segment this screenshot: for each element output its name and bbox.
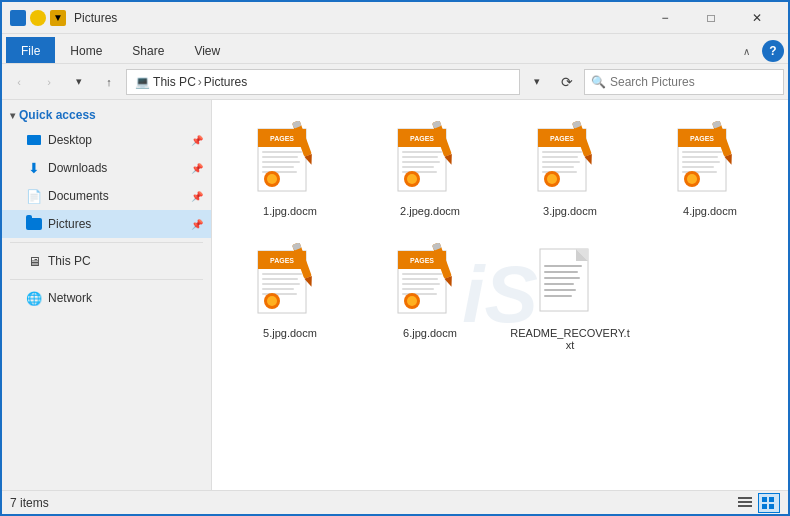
svg-rect-51 xyxy=(682,156,718,158)
file-item-7[interactable]: README_RECOVERY.txt xyxy=(504,234,636,360)
sidebar-section-quick-access[interactable]: ▾ Quick access xyxy=(2,104,211,126)
refresh-button[interactable]: ⟳ xyxy=(554,69,580,95)
svg-rect-93 xyxy=(544,265,582,267)
svg-point-56 xyxy=(687,174,697,184)
svg-rect-53 xyxy=(682,166,714,168)
sidebar-item-pictures[interactable]: Pictures 📌 xyxy=(2,210,211,238)
close-button[interactable]: ✕ xyxy=(734,2,780,34)
svg-point-11 xyxy=(267,174,277,184)
grid-view-button[interactable] xyxy=(758,493,780,513)
svg-rect-105 xyxy=(769,504,774,509)
svg-text:PAGES: PAGES xyxy=(410,135,434,142)
svg-text:PAGES: PAGES xyxy=(690,135,714,142)
title-bar-controls: − □ ✕ xyxy=(642,2,780,34)
desktop-label: Desktop xyxy=(48,133,92,147)
file-label-4: 4.jpg.docm xyxy=(683,205,737,217)
file-item-5[interactable]: PAGES xyxy=(224,234,356,360)
sidebar: ▾ Quick access Desktop 📌 ⬇ Downloads 📌 📄… xyxy=(2,100,212,490)
svg-rect-96 xyxy=(544,283,574,285)
txt-svg xyxy=(530,243,602,325)
file-thumb-2: PAGES xyxy=(390,121,470,201)
tab-share[interactable]: Share xyxy=(117,37,179,63)
file-item-1[interactable]: PAGES xyxy=(224,112,356,226)
pictures-icon xyxy=(26,216,42,232)
downloads-label: Downloads xyxy=(48,161,107,175)
sidebar-divider-1 xyxy=(10,242,203,243)
window-title: Pictures xyxy=(74,11,642,25)
svg-rect-100 xyxy=(738,501,752,503)
svg-rect-104 xyxy=(762,504,767,509)
sidebar-item-downloads[interactable]: ⬇ Downloads 📌 xyxy=(2,154,211,182)
file-thumb-4: PAGES xyxy=(670,121,750,201)
svg-rect-82 xyxy=(402,283,440,285)
file-label-2: 2.jpeg.docm xyxy=(400,205,460,217)
svg-rect-21 xyxy=(402,156,438,158)
svg-rect-20 xyxy=(402,151,442,153)
ribbon-expand-button[interactable]: ∧ xyxy=(734,39,758,63)
address-dropdown-button[interactable]: ▾ xyxy=(524,69,550,95)
search-box[interactable]: 🔍 xyxy=(584,69,784,95)
desktop-pin-icon: 📌 xyxy=(191,135,203,146)
file-thumb-5: PAGES xyxy=(250,243,330,323)
sidebar-item-desktop[interactable]: Desktop 📌 xyxy=(2,126,211,154)
this-pc-label: This PC xyxy=(48,254,91,268)
svg-rect-22 xyxy=(402,161,440,163)
sidebar-item-network[interactable]: 🌐 Network xyxy=(2,284,211,312)
docm-svg-1: PAGES xyxy=(250,121,322,203)
view-buttons xyxy=(734,493,780,513)
svg-point-86 xyxy=(407,296,417,306)
title-bar-icons: ▼ xyxy=(10,10,66,26)
tab-home[interactable]: Home xyxy=(55,37,117,63)
svg-rect-50 xyxy=(682,151,722,153)
address-bar: ‹ › ▾ ↑ 💻 This PC › Pictures ▾ ⟳ 🔍 xyxy=(2,64,788,100)
list-view-button[interactable] xyxy=(734,493,756,513)
pictures-pin-icon: 📌 xyxy=(191,219,203,230)
address-path[interactable]: 💻 This PC › Pictures xyxy=(126,69,520,95)
documents-pin-icon: 📌 xyxy=(191,191,203,202)
window-icon-1 xyxy=(10,10,26,26)
file-thumb-1: PAGES xyxy=(250,121,330,201)
file-item-4[interactable]: PAGES xyxy=(644,112,776,226)
sidebar-item-this-pc[interactable]: 🖥 This PC xyxy=(2,247,211,275)
status-bar: 7 items xyxy=(2,490,788,514)
file-grid: PAGES xyxy=(224,112,776,360)
svg-rect-7 xyxy=(262,161,300,163)
svg-text:PAGES: PAGES xyxy=(410,257,434,264)
file-label-7: README_RECOVERY.txt xyxy=(509,327,631,351)
svg-text:PAGES: PAGES xyxy=(270,257,294,264)
downloads-icon: ⬇ xyxy=(26,160,42,176)
sidebar-item-documents[interactable]: 📄 Documents 📌 xyxy=(2,182,211,210)
svg-rect-23 xyxy=(402,166,434,168)
minimize-button[interactable]: − xyxy=(642,2,688,34)
back-button[interactable]: ‹ xyxy=(6,69,32,95)
svg-point-26 xyxy=(407,174,417,184)
svg-rect-68 xyxy=(262,288,294,290)
maximize-button[interactable]: □ xyxy=(688,2,734,34)
svg-rect-37 xyxy=(542,161,580,163)
file-item-3[interactable]: PAGES xyxy=(504,112,636,226)
grid-view-icon xyxy=(762,497,776,509)
file-item-2[interactable]: PAGES xyxy=(364,112,496,226)
file-label-1: 1.jpg.docm xyxy=(263,205,317,217)
svg-rect-8 xyxy=(262,166,294,168)
up-button[interactable]: ↑ xyxy=(96,69,122,95)
file-label-6: 6.jpg.docm xyxy=(403,327,457,339)
recent-locations-button[interactable]: ▾ xyxy=(66,69,92,95)
svg-text:PAGES: PAGES xyxy=(550,135,574,142)
forward-button[interactable]: › xyxy=(36,69,62,95)
file-label-5: 5.jpg.docm xyxy=(263,327,317,339)
documents-label: Documents xyxy=(48,189,109,203)
svg-text:PAGES: PAGES xyxy=(270,135,294,142)
network-icon: 🌐 xyxy=(26,290,42,306)
help-button[interactable]: ? xyxy=(762,40,784,62)
file-area: iS PAGES xyxy=(212,100,788,490)
downloads-pin-icon: 📌 xyxy=(191,163,203,174)
svg-rect-6 xyxy=(262,156,298,158)
window-icon-3: ▼ xyxy=(50,10,66,26)
tab-view[interactable]: View xyxy=(179,37,235,63)
file-item-6[interactable]: PAGES xyxy=(364,234,496,360)
tab-file[interactable]: File xyxy=(6,37,55,63)
search-input[interactable] xyxy=(610,75,777,89)
ribbon-tabs: File Home Share View ∧ ? xyxy=(2,34,788,64)
path-separator-1: › xyxy=(198,75,202,89)
